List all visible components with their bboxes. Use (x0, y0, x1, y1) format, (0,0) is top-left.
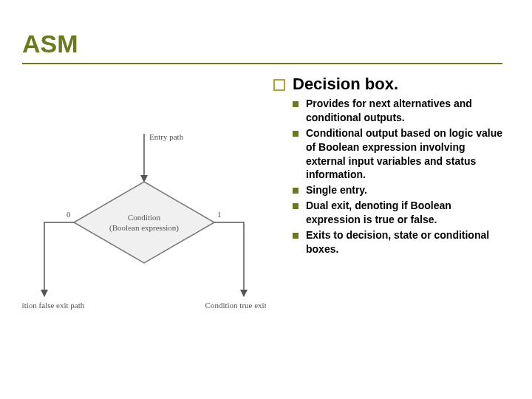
list-item: Dual exit, denoting if Boolean expressio… (293, 199, 502, 227)
condition-label-1: Condition (128, 213, 161, 222)
right-branch-label: 1 (217, 210, 222, 219)
title-rule (22, 63, 502, 64)
list-item: Exits to decision, state or conditional … (293, 228, 502, 256)
slide-title: ASM (22, 30, 502, 58)
list-item: Single entry. (293, 183, 502, 197)
list-item-text: Dual exit, denoting if Boolean expressio… (306, 199, 502, 227)
list-item-text: Single entry. (306, 183, 367, 197)
heading-row: Decision box. (273, 75, 502, 94)
bullet-icon (293, 101, 299, 107)
condition-label-2: (Boolean expression) (109, 223, 179, 233)
bullet-icon (293, 203, 299, 209)
left-exit-label: Condition false exit path (22, 301, 85, 310)
decision-diagram: Entry path Condition (Boolean expression… (22, 112, 266, 333)
bullet-icon (293, 233, 299, 239)
list-item: Conditional output based on logic value … (293, 126, 502, 183)
left-branch-label: 0 (66, 210, 71, 219)
entry-label: Entry path (149, 132, 184, 141)
list-item-text: Exits to decision, state or conditional … (306, 228, 502, 256)
heading-bullet-icon (273, 79, 285, 91)
list-item: Provides for next alternatives and condi… (293, 97, 502, 125)
slide: ASM Entry path Condition (Boolean expres… (0, 0, 532, 399)
slide-body: Entry path Condition (Boolean expression… (22, 75, 502, 333)
diamond-icon (74, 182, 214, 263)
list-item-text: Provides for next alternatives and condi… (306, 97, 502, 125)
bullet-icon (293, 131, 299, 137)
bullet-list: Provides for next alternatives and condi… (293, 97, 502, 256)
heading-text: Decision box. (293, 75, 398, 94)
decision-diagram-svg: Entry path Condition (Boolean expression… (22, 112, 266, 333)
text-content: Decision box. Provides for next alternat… (273, 75, 502, 258)
list-item-text: Conditional output based on logic value … (306, 126, 502, 183)
bullet-icon (293, 188, 299, 194)
right-exit-label: Condition true exit path (205, 301, 266, 310)
